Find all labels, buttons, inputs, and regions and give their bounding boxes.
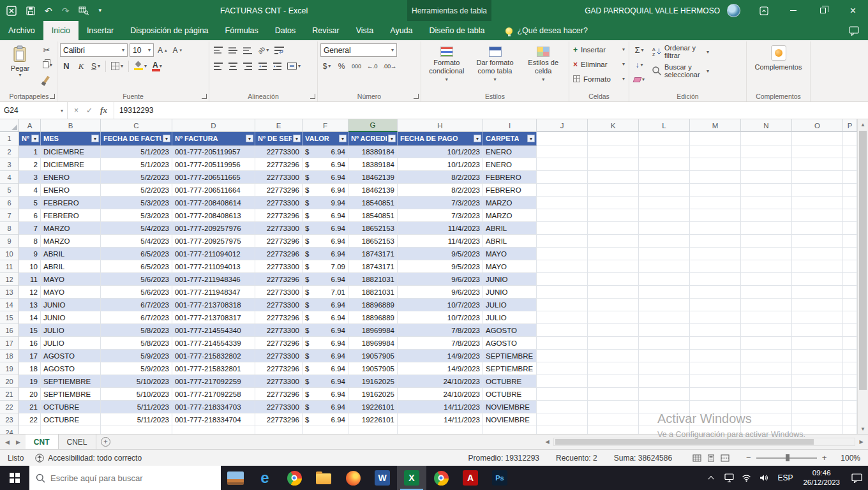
cell-B24[interactable] [41,426,101,434]
cell-M16[interactable] [690,324,741,337]
cell-N1[interactable] [741,132,792,145]
cell-B8[interactable]: MARZO [41,222,101,235]
cell-D5[interactable]: 001-777-206511664 [172,184,255,197]
cell-A7[interactable]: 6 [19,209,41,222]
find-select-button[interactable]: Buscar y seleccionar ▾ [650,63,710,79]
horizontal-scroll-thumb[interactable] [555,439,814,445]
cell-J19[interactable] [537,362,588,375]
feedback-button[interactable] [849,26,859,36]
cell-C22[interactable]: 5/11/2023 [101,401,172,413]
cell-N9[interactable] [741,235,792,248]
align-top-button[interactable] [212,43,225,57]
cell-I7[interactable]: MARZO [483,209,537,222]
cell-E7[interactable]: 22773296 [255,209,303,222]
cell-K18[interactable] [588,350,639,362]
cell-F21[interactable]: $6.94 [303,388,348,401]
cell-I5[interactable]: FEBRERO [483,184,537,197]
cell-I18[interactable]: SEPTIEMBRE [483,350,537,362]
taskbar-app-task-view[interactable] [221,466,250,490]
cell-K21[interactable] [588,388,639,401]
cell-J12[interactable] [537,273,588,286]
cell-N6[interactable] [741,197,792,209]
cell-B2[interactable]: DICIEMBRE [41,145,101,158]
cell-L10[interactable] [639,248,690,260]
cell-A3[interactable]: 2 [19,158,41,171]
cell-L13[interactable] [639,286,690,299]
row-header-11[interactable]: 11 [0,260,19,273]
cell-P14[interactable] [843,299,857,311]
cell-B20[interactable]: SEPTIEMBRE [41,375,101,388]
cell-L17[interactable] [639,337,690,350]
filter-button-A[interactable]: ▼ [31,135,39,142]
cell-J1[interactable] [537,132,588,145]
table-header-cell-H[interactable]: FECHA DE PAGO▼ [398,132,483,145]
cell-G8[interactable]: 18652153 [348,222,398,235]
cell-C19[interactable]: 5/9/2023 [101,362,172,375]
cell-J21[interactable] [537,388,588,401]
cell-E13[interactable]: 22773300 [255,286,303,299]
save-button[interactable] [26,6,35,15]
cell-G18[interactable]: 19057905 [348,350,398,362]
cell-N24[interactable] [741,426,792,434]
scroll-left-icon[interactable]: ◀ [542,437,552,447]
cell-D8[interactable]: 001-777-209257976 [172,222,255,235]
cell-N12[interactable] [741,273,792,286]
row-header-16[interactable]: 16 [0,324,19,337]
cell-G19[interactable]: 19057905 [348,362,398,375]
cell-J4[interactable] [537,171,588,184]
cell-N3[interactable] [741,158,792,171]
restore-button[interactable] [808,0,838,21]
wrap-text-button[interactable] [273,43,286,57]
cell-G24[interactable] [348,426,398,434]
cell-I10[interactable]: MAYO [483,248,537,260]
row-header-4[interactable]: 4 [0,171,19,184]
cell-P23[interactable] [843,413,857,426]
cell-C10[interactable]: 6/5/2023 [101,248,172,260]
cell-H22[interactable]: 14/11/2023 [398,401,483,413]
column-header-L[interactable]: L [639,119,690,132]
zoom-in-button[interactable]: + [822,453,827,463]
cell-J22[interactable] [537,401,588,413]
cell-O20[interactable] [792,375,843,388]
align-left-button[interactable] [212,59,225,73]
borders-button[interactable]: ▾ [109,59,125,73]
cell-P9[interactable] [843,235,857,248]
cell-E20[interactable]: 22773300 [255,375,303,388]
cell-A4[interactable]: 3 [19,171,41,184]
cell-H23[interactable]: 14/11/2023 [398,413,483,426]
cut-button[interactable]: ✂ [39,43,54,57]
cell-E11[interactable]: 22773300 [255,260,303,273]
cell-L12[interactable] [639,273,690,286]
scroll-down-icon[interactable]: ▼ [858,424,868,434]
cell-N20[interactable] [741,375,792,388]
row-header-7[interactable]: 7 [0,209,19,222]
cell-B13[interactable]: MAYO [41,286,101,299]
cell-K19[interactable] [588,362,639,375]
start-button[interactable] [0,466,29,490]
horizontal-scrollbar[interactable]: ◀ ▶ [541,434,868,449]
cell-H18[interactable]: 14/9/2023 [398,350,483,362]
format-painter-button[interactable] [39,73,54,86]
cell-E5[interactable]: 22773296 [255,184,303,197]
cell-B3[interactable]: DICIEMBRE [41,158,101,171]
cell-F9[interactable]: $6.94 [303,235,348,248]
cell-E9[interactable]: 22773296 [255,235,303,248]
cell-O6[interactable] [792,197,843,209]
autosum-button[interactable]: Σ▾ [632,43,647,57]
format-cells-button[interactable]: Formato▾ [572,73,626,85]
format-as-table-button[interactable]: Dar formato como tabla ▾ [472,43,518,89]
cell-G21[interactable]: 19162025 [348,388,398,401]
redo-button[interactable]: ↷ [62,6,70,15]
cell-O22[interactable] [792,401,843,413]
filter-button-D[interactable]: ▼ [246,135,253,142]
cell-O1[interactable] [792,132,843,145]
filter-button-E[interactable]: ▼ [293,135,301,142]
cell-H8[interactable]: 11/4/2023 [398,222,483,235]
number-dialog-launcher[interactable] [414,94,419,99]
cell-P11[interactable] [843,260,857,273]
cell-D4[interactable]: 001-777-206511665 [172,171,255,184]
insert-cells-button[interactable]: +Insertar▾ [572,43,626,56]
cell-B18[interactable]: AGOSTO [41,350,101,362]
cell-A12[interactable]: 11 [19,273,41,286]
cell-A15[interactable]: 14 [19,311,41,324]
